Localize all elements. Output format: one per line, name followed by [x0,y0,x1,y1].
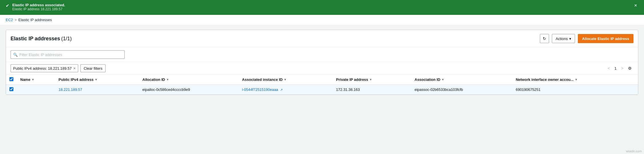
cell-allocation: eipalloc-0c586ced4ccccb9e9 [139,85,238,95]
breadcrumb-ec2-link[interactable]: EC2 [6,18,13,22]
sort-private-ip-icon: ▼ [369,78,372,81]
search-icon: 🔍 [13,53,18,57]
next-page-button[interactable]: > [619,65,625,71]
panel-actions-group: ↻ Actions ▾ Allocate Elastic IP address [540,34,633,43]
refresh-button[interactable]: ↻ [540,34,549,43]
panel-header: Elastic IP addresses (1/1) ↻ Actions ▾ A… [6,30,638,47]
banner-subtitle: Elastic IP address 18.221.189.57 [12,7,65,11]
cell-private-ip: 172.31.38.163 [333,85,411,95]
actions-label: Actions [556,37,568,41]
filter-tag-close-button[interactable]: × [73,66,76,70]
search-row: 🔍 [6,47,638,62]
instance-link[interactable]: i-0544f72515190eaaa [242,87,278,92]
search-input[interactable] [19,53,122,57]
cell-assoc-id: eipassoc-02b6533bca103fcfb [411,85,513,95]
col-header-assoc-id[interactable]: Association ID ▼ [411,75,513,85]
col-header-allocation[interactable]: Allocation ID ▼ [139,75,238,85]
sort-name-icon: ▼ [31,78,34,81]
breadcrumb: EC2 > Elastic IP addresses [0,15,644,25]
cell-instance: i-0544f72515190eaaa ↗ [239,85,333,95]
col-header-instance[interactable]: Associated instance ID ▼ [239,75,333,85]
actions-button[interactable]: Actions ▾ [552,34,575,43]
table-row: 18.221.189.57 eipalloc-0c586ced4ccccb9e9… [6,85,638,95]
col-header-owner[interactable]: Network interface owner accou... ▼ [512,75,638,85]
elastic-ip-panel: Elastic IP addresses (1/1) ↻ Actions ▾ A… [6,30,638,95]
cell-name [17,85,55,95]
success-banner: ✔ Elastic IP address associated. Elastic… [0,0,644,15]
sort-ipv4-icon: ▼ [95,78,98,81]
filter-tag: Public IPv4 address: 18.221.189.57 × [11,64,78,72]
sort-owner-icon: ▼ [575,78,578,81]
cell-owner: 690190675251 [512,85,638,95]
row-checkbox-cell [6,85,17,95]
cell-ipv4: 18.221.189.57 [55,85,139,95]
sort-assoc-id-icon: ▼ [442,78,444,81]
elastic-ip-table: Name ▼ Public IPv4 address ▼ [6,75,638,95]
banner-title: Elastic IP address associated. [12,3,65,7]
actions-dropdown-icon: ▾ [569,37,571,41]
clear-filters-button[interactable]: Clear filters [80,64,106,72]
row-checkbox[interactable] [9,87,13,91]
breadcrumb-separator: > [15,18,17,22]
filter-tag-text: Public IPv4 address: 18.221.189.57 [13,66,72,71]
sort-allocation-icon: ▼ [166,78,169,81]
ipv4-link[interactable]: 18.221.189.57 [58,87,82,92]
prev-page-button[interactable]: < [606,65,611,71]
close-banner-button[interactable]: × [633,3,638,8]
select-all-cell [6,75,17,85]
filter-row: Public IPv4 address: 18.221.189.57 × Cle… [11,62,106,75]
panel-count: (1/1) [61,36,72,41]
success-icon: ✔ [6,3,9,8]
col-header-private-ip[interactable]: Private IP address ▼ [333,75,411,85]
col-header-ipv4[interactable]: Public IPv4 address ▼ [55,75,139,85]
external-link-icon: ↗ [280,88,283,91]
table-settings-button[interactable]: ⚙ [626,65,633,71]
table-header-row: Name ▼ Public IPv4 address ▼ [6,75,638,85]
breadcrumb-current: Elastic IP addresses [18,18,52,22]
select-all-checkbox[interactable] [9,77,13,81]
current-page: 1 [613,66,618,71]
table-container: Name ▼ Public IPv4 address ▼ [6,75,638,95]
search-box: 🔍 [11,50,125,59]
sort-instance-icon: ▼ [284,78,287,81]
main-content: Elastic IP addresses (1/1) ↻ Actions ▾ A… [0,25,644,99]
pagination-row: < 1 > ⚙ [606,63,633,73]
col-header-name[interactable]: Name ▼ [17,75,55,85]
panel-title: Elastic IP addresses [11,36,60,41]
allocate-button[interactable]: Allocate Elastic IP address [578,34,633,43]
panel-title-group: Elastic IP addresses (1/1) [11,36,72,42]
